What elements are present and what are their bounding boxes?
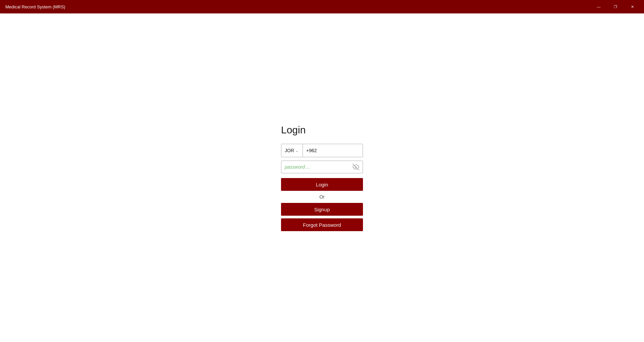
signup-button[interactable]: Signup bbox=[281, 203, 363, 216]
window-controls: — ❐ ✕ bbox=[591, 1, 640, 12]
phone-row: JOR ⌄ bbox=[281, 144, 363, 157]
country-selector[interactable]: JOR ⌄ bbox=[281, 144, 303, 157]
toggle-password-icon[interactable] bbox=[353, 164, 359, 170]
forgot-password-button[interactable]: Forgot Password bbox=[281, 218, 363, 231]
login-button[interactable]: Login bbox=[281, 178, 363, 191]
chevron-down-icon: ⌄ bbox=[295, 149, 298, 153]
phone-input[interactable] bbox=[303, 144, 363, 157]
close-button[interactable]: ✕ bbox=[625, 1, 640, 12]
app-title: Medical Record System (MRS) bbox=[5, 4, 65, 9]
password-row bbox=[281, 161, 363, 173]
login-form: Login JOR ⌄ Login Or Signup Fo bbox=[281, 124, 363, 231]
titlebar: Medical Record System (MRS) — ❐ ✕ bbox=[0, 0, 644, 13]
login-heading: Login bbox=[281, 124, 306, 136]
eye-off-svg bbox=[353, 164, 359, 170]
minimize-button[interactable]: — bbox=[591, 1, 606, 12]
maximize-button[interactable]: ❐ bbox=[608, 1, 623, 12]
password-input[interactable] bbox=[285, 164, 353, 170]
country-code-label: JOR bbox=[285, 148, 294, 153]
main-content: Login JOR ⌄ Login Or Signup Fo bbox=[0, 13, 644, 342]
or-label: Or bbox=[319, 194, 325, 200]
